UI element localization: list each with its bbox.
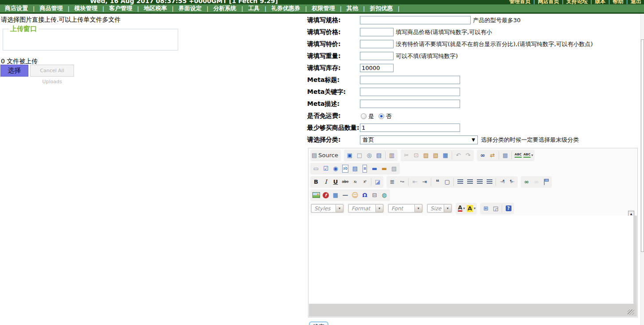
- text-field-icon[interactable]: ab: [340, 164, 350, 174]
- textarea-icon[interactable]: ▤: [350, 164, 360, 174]
- page-break-icon[interactable]: ⊟: [370, 190, 379, 200]
- iframe-icon[interactable]: ◍: [379, 190, 389, 200]
- topbar-link-store-home[interactable]: 网店首页: [538, 0, 559, 4]
- print-icon[interactable]: ▤: [374, 151, 384, 160]
- find-icon[interactable]: ∞: [478, 151, 488, 160]
- menu-item-store-settings[interactable]: 商店设置: [0, 4, 33, 12]
- blockquote-icon[interactable]: ❝: [433, 177, 442, 187]
- numbered-list-icon[interactable]: ≣: [387, 177, 397, 187]
- anchor-icon[interactable]: [541, 177, 551, 187]
- strikethrough-icon[interactable]: abe: [340, 177, 350, 187]
- background-color-icon[interactable]: A▾: [466, 204, 476, 213]
- subscript-icon[interactable]: x₂: [350, 177, 360, 187]
- maximize-icon[interactable]: ⊞: [481, 204, 491, 213]
- remove-format-icon[interactable]: ◪: [373, 177, 382, 187]
- bold-icon[interactable]: B: [311, 177, 321, 187]
- topbar-link-version[interactable]: 版本: [595, 0, 605, 4]
- category-select[interactable]: 首页 ▼: [360, 135, 478, 144]
- paste-from-word-icon[interactable]: ▦: [441, 151, 450, 160]
- insert-image-icon[interactable]: [311, 190, 321, 200]
- show-blocks-icon[interactable]: ◲: [491, 204, 500, 213]
- menu-item-module-management[interactable]: 模块管理: [70, 4, 102, 12]
- paste-icon[interactable]: ▨: [421, 151, 431, 160]
- min-qty-input[interactable]: [360, 124, 460, 132]
- spec-field-input[interactable]: [360, 16, 471, 24]
- image-button-icon[interactable]: ▬: [379, 164, 389, 174]
- price-field-input[interactable]: [360, 28, 394, 36]
- bulleted-list-icon[interactable]: •≡: [397, 177, 407, 187]
- menu-item-permission-management[interactable]: 权限管理: [307, 4, 340, 12]
- horizontal-rule-icon[interactable]: —: [340, 190, 350, 200]
- text-color-icon[interactable]: A▾: [457, 204, 466, 213]
- smiley-icon[interactable]: ☺: [350, 190, 360, 200]
- font-combo-dropdown-button[interactable]: ▾: [415, 204, 422, 213]
- editor-content-area[interactable]: [309, 216, 633, 304]
- special-price-field-input[interactable]: [360, 40, 394, 48]
- editor-resize-handle[interactable]: [628, 310, 634, 315]
- styles-combo-dropdown-button[interactable]: ▾: [336, 204, 343, 213]
- styles-combo[interactable]: Styles▾: [311, 204, 343, 213]
- submit-button[interactable]: 确定: [309, 321, 328, 325]
- select-all-icon[interactable]: ▩: [500, 151, 510, 160]
- bidi-ltr-icon[interactable]: →¶: [497, 177, 507, 187]
- replace-icon[interactable]: ⇄: [488, 151, 497, 160]
- save-icon[interactable]: ▣: [345, 151, 355, 160]
- menu-item-other[interactable]: 其他: [342, 4, 363, 12]
- menu-item-coupons[interactable]: 礼券优惠券: [266, 4, 305, 12]
- menu-item-tools[interactable]: 工具: [243, 4, 265, 12]
- spell-check-icon[interactable]: ABC: [513, 151, 523, 160]
- radio-button-icon[interactable]: ◉: [331, 164, 340, 174]
- link-icon[interactable]: ∞: [522, 177, 531, 187]
- scayt-icon[interactable]: ABC▾: [523, 151, 534, 160]
- size-combo[interactable]: Size▾: [427, 204, 452, 213]
- select-field-icon[interactable]: ≣: [360, 164, 370, 174]
- superscript-icon[interactable]: x²: [360, 177, 370, 187]
- flash-icon[interactable]: f: [321, 190, 331, 200]
- underline-icon[interactable]: U: [331, 177, 340, 187]
- form-icon[interactable]: ▭: [311, 164, 321, 174]
- upload-dropzone[interactable]: 上传窗口: [3, 25, 178, 50]
- scrollbar-thumb[interactable]: [641, 39, 644, 252]
- size-combo-dropdown-button[interactable]: ▾: [444, 204, 452, 213]
- topbar-link-admin-home[interactable]: 管理首页: [509, 0, 531, 4]
- templates-icon[interactable]: ▥: [387, 151, 397, 160]
- page-scrollbar[interactable]: [640, 14, 644, 325]
- align-left-icon[interactable]: [455, 177, 465, 187]
- font-combo[interactable]: Font▾: [388, 204, 422, 213]
- free-shipping-yes-radio[interactable]: [361, 113, 367, 119]
- preview-icon[interactable]: ◎: [364, 151, 374, 160]
- meta-description-field-input[interactable]: [360, 100, 460, 108]
- format-combo-dropdown-button[interactable]: ▾: [376, 204, 383, 213]
- meta-title-field-input[interactable]: [360, 76, 460, 84]
- bidi-rtl-icon[interactable]: ¶←: [507, 177, 517, 187]
- topbar-link-help[interactable]: 帮助: [613, 0, 624, 4]
- menu-item-discounts[interactable]: 折扣优惠: [365, 4, 398, 12]
- menu-item-region-tax[interactable]: 地区税率: [139, 4, 172, 12]
- checkbox-icon[interactable]: ☑: [321, 164, 331, 174]
- paste-text-icon[interactable]: ▧: [431, 151, 441, 160]
- hidden-field-icon[interactable]: ▨: [389, 164, 399, 174]
- align-justify-icon[interactable]: [484, 177, 494, 187]
- italic-icon[interactable]: I: [321, 177, 331, 187]
- format-combo[interactable]: Format▾: [348, 204, 383, 213]
- menu-item-customer-management[interactable]: 客户管理: [104, 4, 137, 12]
- source-button[interactable]: ▤Source: [311, 151, 340, 160]
- create-div-icon[interactable]: ▢: [442, 177, 452, 187]
- meta-keywords-field-input[interactable]: [360, 88, 460, 96]
- align-right-icon[interactable]: [475, 177, 484, 187]
- increase-indent-icon[interactable]: ⇥: [420, 177, 429, 187]
- free-shipping-no-radio[interactable]: [379, 113, 384, 119]
- align-center-icon[interactable]: [465, 177, 475, 187]
- select-files-button[interactable]: 选择: [0, 65, 28, 77]
- new-page-icon[interactable]: □: [355, 151, 364, 160]
- menu-item-product-management[interactable]: 商品管理: [35, 4, 67, 12]
- topbar-link-support-forum[interactable]: 支持论坛: [566, 0, 588, 4]
- topbar-link-logout[interactable]: 退出: [631, 0, 641, 4]
- weight-field-input[interactable]: [360, 52, 394, 60]
- menu-item-analytics-system[interactable]: 分析系统: [208, 4, 241, 12]
- stock-field-input[interactable]: [360, 64, 394, 72]
- table-icon[interactable]: ▦: [331, 190, 340, 200]
- button-icon[interactable]: ▬: [370, 164, 379, 174]
- special-char-icon[interactable]: Ω: [360, 190, 370, 200]
- about-icon[interactable]: ?: [503, 204, 513, 213]
